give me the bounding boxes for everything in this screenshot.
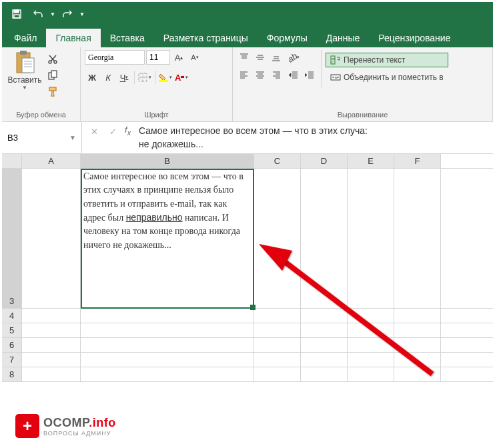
format-painter-icon[interactable] — [46, 85, 59, 98]
cell-f7[interactable] — [394, 353, 441, 367]
align-center-icon[interactable] — [253, 67, 268, 82]
cell-e5[interactable] — [348, 323, 394, 337]
name-box-input[interactable] — [7, 133, 47, 143]
redo-icon[interactable] — [58, 5, 77, 23]
orientation-icon[interactable]: ab▾ — [286, 50, 301, 65]
cell-f3[interactable] — [394, 169, 441, 308]
cell-c7[interactable] — [254, 353, 301, 367]
merge-label: Объединить и поместить в — [344, 73, 444, 82]
cell-c6[interactable] — [254, 338, 301, 352]
row-header-7[interactable]: 7 — [2, 353, 22, 367]
cell-a7[interactable] — [22, 353, 81, 367]
borders-icon[interactable]: ▾ — [137, 70, 152, 85]
cancel-formula-icon[interactable]: ✕ — [87, 125, 101, 138]
italic-button[interactable]: К — [101, 70, 115, 85]
align-right-icon[interactable] — [269, 67, 284, 82]
tab-review[interactable]: Рецензирование — [369, 29, 460, 47]
undo-dropdown-icon[interactable]: ▼ — [50, 11, 55, 17]
cell-e3[interactable] — [348, 169, 394, 308]
cell-d4[interactable] — [301, 309, 348, 323]
bold-button[interactable]: Ж — [85, 70, 99, 85]
cell-c8[interactable] — [254, 367, 301, 381]
cell-d3[interactable] — [301, 169, 348, 308]
cell-d6[interactable] — [301, 338, 348, 352]
copy-icon[interactable] — [46, 69, 59, 82]
cell-c4[interactable] — [254, 309, 301, 323]
cut-icon[interactable] — [46, 53, 59, 66]
cell-d7[interactable] — [301, 353, 348, 367]
cell-d8[interactable] — [301, 367, 348, 381]
chevron-down-icon[interactable]: ▼ — [69, 134, 76, 141]
cell-b7[interactable] — [81, 353, 254, 367]
row-header-8[interactable]: 8 — [2, 367, 22, 381]
accept-formula-icon[interactable]: ✓ — [106, 125, 119, 138]
align-bottom-icon[interactable] — [269, 50, 284, 65]
column-header-d[interactable]: D — [301, 154, 348, 168]
cell-d5[interactable] — [301, 323, 348, 337]
cell-c3[interactable] — [254, 169, 301, 308]
decrease-indent-icon[interactable] — [286, 67, 301, 82]
align-top-icon[interactable] — [237, 50, 252, 65]
fx-icon[interactable]: fx — [125, 125, 131, 137]
cell-f6[interactable] — [394, 338, 441, 352]
cell-a5[interactable] — [22, 323, 81, 337]
cell-a3[interactable] — [22, 169, 81, 308]
formula-content[interactable]: Самое интересное во всем этом — что в эт… — [136, 125, 488, 151]
column-header-e[interactable]: E — [348, 154, 394, 168]
row-header-3[interactable]: 3 — [2, 169, 22, 308]
font-group-label: Шрифт — [85, 109, 228, 121]
column-header-b[interactable]: B — [81, 154, 254, 168]
cell-a8[interactable] — [22, 367, 81, 381]
cell-f8[interactable] — [394, 367, 441, 381]
cell-e7[interactable] — [348, 353, 394, 367]
undo-icon[interactable] — [29, 5, 47, 23]
font-color-icon[interactable]: A▾ — [174, 70, 189, 85]
wrap-text-button[interactable]: abc Перенести текст — [326, 53, 448, 67]
cell-b4[interactable] — [81, 309, 254, 323]
cell-e4[interactable] — [348, 309, 394, 323]
tab-file[interactable]: Файл — [5, 29, 46, 47]
cell-c5[interactable] — [254, 323, 301, 337]
font-size-input[interactable] — [146, 50, 170, 65]
select-all-corner[interactable] — [2, 154, 22, 168]
underline-button[interactable]: Ч ▾ — [117, 70, 131, 85]
cell-b5[interactable] — [81, 323, 254, 337]
increase-font-icon[interactable]: A▴ — [171, 50, 186, 65]
svg-point-10 — [54, 61, 57, 63]
cell-f4[interactable] — [394, 309, 441, 323]
fill-color-icon[interactable]: ▾ — [158, 70, 173, 85]
column-header-a[interactable]: A — [22, 154, 81, 168]
cell-e6[interactable] — [348, 338, 394, 352]
merge-center-button[interactable]: a Объединить и поместить в — [326, 70, 448, 85]
redo-dropdown-icon[interactable]: ▼ — [79, 11, 85, 17]
tab-formulas[interactable]: Формулы — [258, 29, 317, 47]
tab-insert[interactable]: Вставка — [101, 29, 154, 47]
wrap-text-label: Перенести текст — [344, 55, 405, 65]
row-header-5[interactable]: 5 — [2, 323, 22, 337]
tab-home[interactable]: Главная — [46, 29, 100, 47]
paste-button[interactable]: Вставить ▼ — [6, 50, 43, 91]
column-header-c[interactable]: C — [254, 154, 301, 168]
column-header-f[interactable]: F — [394, 154, 441, 168]
tab-data[interactable]: Данные — [317, 29, 370, 47]
cell-e8[interactable] — [348, 367, 394, 381]
row-header-6[interactable]: 6 — [2, 338, 22, 352]
svg-rect-1 — [14, 10, 19, 13]
cell-b3[interactable]: Самое интересное во всем этом — что в эт… — [81, 169, 254, 308]
cell-a6[interactable] — [22, 338, 81, 352]
row-header-4[interactable]: 4 — [2, 309, 22, 323]
clipboard-group-label: Буфер обмена — [6, 109, 76, 121]
tab-layout[interactable]: Разметка страницы — [154, 29, 258, 47]
align-middle-icon[interactable] — [253, 50, 268, 65]
cell-b6[interactable] — [81, 338, 254, 352]
increase-indent-icon[interactable] — [302, 67, 317, 82]
cell-b8[interactable] — [81, 367, 254, 381]
font-name-input[interactable] — [85, 50, 145, 65]
align-left-icon[interactable] — [237, 67, 252, 82]
decrease-font-icon[interactable]: A▾ — [187, 50, 202, 65]
cell-a4[interactable] — [22, 309, 81, 323]
cell-f5[interactable] — [394, 323, 441, 337]
name-box[interactable]: ▼ — [2, 122, 82, 153]
save-icon[interactable] — [7, 5, 26, 23]
svg-rect-12 — [51, 71, 57, 77]
